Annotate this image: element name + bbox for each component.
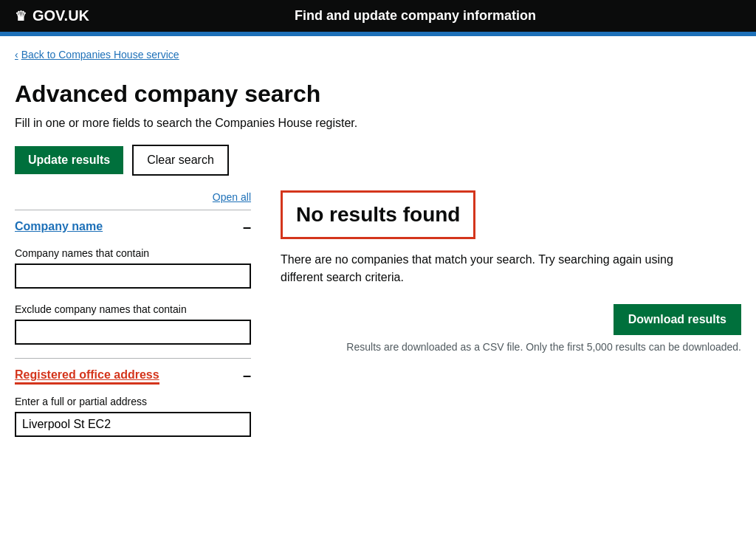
registered-office-fields: Enter a full or partial address [15, 396, 251, 444]
download-note: Results are downloaded as a CSV file. On… [313, 341, 741, 353]
exclude-company-names-input[interactable] [15, 320, 251, 345]
back-chevron-icon: ‹ [15, 49, 18, 61]
update-results-button[interactable]: Update results [15, 146, 123, 174]
site-header: ♛ GOV.UK Find and update company informa… [0, 0, 756, 36]
page-title: Advanced company search [15, 80, 741, 108]
no-results-title: No results found [296, 203, 460, 227]
two-column-layout: Open all Company name – Company names th… [15, 190, 741, 444]
back-link[interactable]: ‹ Back to Companies House service [15, 49, 179, 61]
company-names-contain-input[interactable] [15, 263, 251, 289]
results-panel: No results found There are no companies … [281, 190, 741, 353]
open-all-container: Open all [15, 190, 251, 204]
no-results-description: There are no companies that match your s… [281, 251, 709, 286]
action-buttons-row: Update results Clear search [15, 145, 741, 176]
company-name-toggle-icon: – [243, 219, 251, 234]
clear-search-button[interactable]: Clear search [132, 145, 229, 176]
back-link-text: Back to Companies House service [21, 49, 179, 61]
page-description: Fill in one or more fields to search the… [15, 117, 741, 130]
main-content: Advanced company search Fill in one or m… [0, 73, 756, 474]
registered-office-address-label: Enter a full or partial address [15, 396, 251, 407]
registered-office-toggle-icon: – [243, 368, 251, 382]
download-row: Download results [281, 304, 741, 335]
registered-office-section-title: Registered office address [15, 368, 159, 382]
registered-office-title-text: Registered office address [15, 368, 159, 385]
exclude-company-names-label: Exclude company names that contain [15, 303, 251, 315]
registered-office-address-input[interactable] [15, 412, 251, 437]
open-all-link[interactable]: Open all [213, 191, 251, 203]
logo-text: GOV.UK [32, 7, 89, 24]
registered-office-section-header[interactable]: Registered office address – [15, 359, 251, 388]
download-results-button[interactable]: Download results [614, 304, 741, 335]
no-results-box: No results found [281, 190, 475, 239]
back-link-container: ‹ Back to Companies House service [0, 36, 756, 73]
company-name-section-header[interactable]: Company name – [15, 210, 251, 240]
company-name-fields: Company names that contain Exclude compa… [15, 247, 251, 352]
filter-panel: Open all Company name – Company names th… [15, 190, 251, 444]
company-name-section-title: Company name [15, 220, 103, 233]
header-title: Find and update company information [89, 8, 741, 24]
company-names-contain-label: Company names that contain [15, 247, 251, 259]
crown-icon: ♛ [15, 8, 27, 24]
gov-uk-logo: ♛ GOV.UK [15, 7, 89, 24]
